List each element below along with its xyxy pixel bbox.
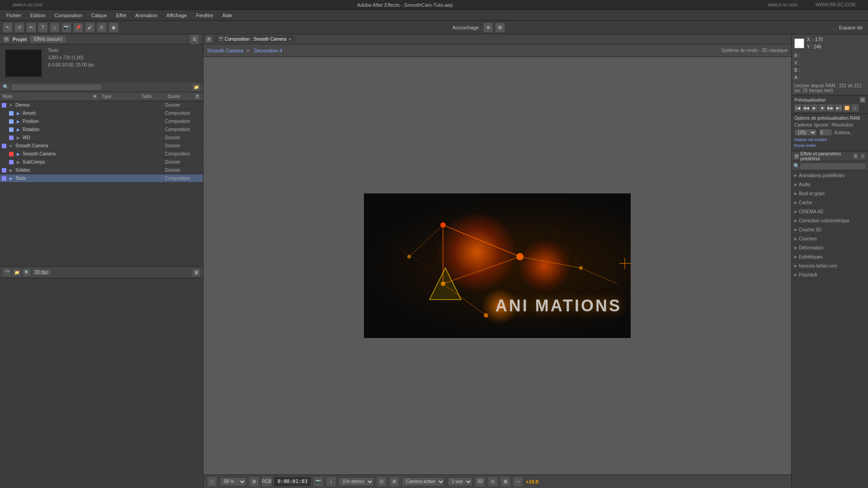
paint-tool[interactable]: 🖌 [85,23,95,33]
transport-next-btn[interactable]: ▶▶ [827,104,834,112]
menu-animation[interactable]: Animation [132,12,161,19]
effect-category-item[interactable]: ▶Déformation [792,244,868,253]
shape-tool[interactable]: □ [50,23,60,33]
tree-row-tests[interactable]: ▶ Tests Composition [0,174,203,183]
breadcrumb-smooth[interactable]: Smooth Camera [207,48,243,53]
transport-play-btn[interactable]: ▶ [811,104,818,112]
overlay-btn[interactable]: ⊡ [377,477,387,487]
menu-fichier[interactable]: Fichier [3,12,25,19]
vue-select[interactable]: 1 vue [448,477,472,486]
menu-fenetre[interactable]: Fenêtre [193,12,217,19]
channel-btn[interactable]: RGB [262,477,272,487]
transport-audio-btn[interactable]: ♪ [851,104,859,112]
render-btn[interactable]: ⊙ [488,477,498,487]
coord-y: Y : 246 [807,43,823,51]
menu-calque[interactable]: Calque [88,12,111,19]
selected-item-name: Tests [48,47,94,54]
tree-row-position[interactable]: ▶ Position Composition [0,117,203,126]
from-here-btn[interactable]: Depuis cet instant [794,137,827,142]
pen-tool[interactable]: ✏ [26,23,36,33]
pin-tool[interactable]: 📌 [73,23,83,33]
tree-row-subcomps[interactable]: ▶ SubComps Dossier [0,158,203,166]
menu-affichage[interactable]: Affichage [163,12,191,19]
tree-row-solides[interactable]: ▶ Solides Dossier [0,166,203,174]
text-tool[interactable]: T [38,23,48,33]
breadcrumb-decoration[interactable]: Decoration 4 [254,48,282,53]
preview-close-btn[interactable]: ✕ [860,97,865,103]
project-menu-btn[interactable]: ☰ [189,34,199,44]
clone-tool[interactable]: ⎘ [97,23,107,33]
coord-x: X : -170 [807,36,823,43]
effect-category-item[interactable]: ▶Animations prédéfinies [792,171,868,180]
tree-row-wd[interactable]: ▶ WD Dossier [0,134,203,142]
delete-btn[interactable]: 🗑 [192,268,200,277]
snap-toggle[interactable]: ⊠ [495,23,505,33]
new-folder-btn[interactable]: 📁 [192,83,200,91]
smooth-comp-color [9,152,14,156]
effect-category-label: Esthétiques [799,254,822,259]
effects-search-input[interactable] [800,163,866,170]
select-tool[interactable]: ↖ [3,23,13,33]
effects-close-btn[interactable]: ✕ [794,154,799,159]
effect-category-item[interactable]: ▶Couches [792,235,868,244]
effect-category-item[interactable]: ▶Audio [792,180,868,189]
effect-category-item[interactable]: ▶Couche 3D [792,225,868,235]
full-screen-btn[interactable]: Ecran entier [794,143,816,148]
effect-category-item[interactable]: ▶Correction colorimétrique [792,216,868,225]
tree-row-demos[interactable]: ▼ Demos Dossier [0,101,203,109]
zoom-select[interactable]: 58 % 100 % 50 % 25 % [220,477,246,486]
search-proj-btn[interactable]: 🔍 [23,268,31,277]
demo-mode-select[interactable]: (Un demo) [339,477,374,486]
tree-menu-btn[interactable]: ☰ [194,94,200,100]
snap-btn[interactable]: ⊕ [483,23,493,33]
solides-color [2,168,6,173]
effect-category-item[interactable]: ▶Cache [792,198,868,207]
menu-composition[interactable]: Composition [51,12,86,19]
tree-row-rotation[interactable]: ▶ Rotation Composition [0,126,203,134]
camera-select[interactable]: Camera active [402,477,445,486]
menu-edition[interactable]: Edition [27,12,49,19]
rotation-tool[interactable]: ↺ [14,23,24,33]
comp-icon-rotation: ▶ [15,127,21,132]
sort-btn[interactable]: ▼ [92,94,98,100]
project-close-btn[interactable]: ✕ [4,37,9,42]
cadence-select[interactable]: (25) [794,129,817,136]
snap-viewer-btn[interactable]: ↔ [513,477,523,487]
transport-stop-btn[interactable]: ■ [819,104,826,112]
effect-category-item[interactable]: ▶Frischluft [792,271,868,280]
effect-category-item[interactable]: ▶Esthétiques [792,253,868,262]
viewer-close-btn[interactable]: ✕ [206,37,212,42]
comp-tab-smooth[interactable]: 🎬 Composition : Smooth Camera ✕ [214,36,295,42]
demos-name: Demos [15,103,165,108]
effects-tab[interactable]: Effets (aucun) [30,36,66,42]
comp-tab-close[interactable]: ✕ [288,38,292,42]
tree-row-smooth-camera-folder[interactable]: ▼ Smooth Camera Dossier [0,142,203,150]
effect-category-item[interactable]: ▶Bruit et grain [792,189,868,198]
resolution-input[interactable] [819,129,832,136]
camera-snap-btn[interactable]: 📷 [313,477,323,487]
effects-menu-btn[interactable]: ☰ [853,153,859,160]
effects-expand-btn[interactable]: ⤢ [860,153,865,160]
grid-btn[interactable]: ⊞ [249,477,259,487]
new-item-btn[interactable]: 🎬 [3,268,11,277]
project-search-input[interactable] [11,84,102,91]
camera-tool[interactable]: 📷 [61,23,71,33]
tree-row-smooth-camera-comp[interactable]: ▶ Smooth Camera Composition [0,150,203,158]
effect-category-item[interactable]: ▶CINEMA 4D [792,207,868,216]
transport-prev-btn[interactable]: ◀◀ [802,104,810,112]
grid-toggle[interactable]: ⊞ [389,477,399,487]
menu-aide[interactable]: Aide [219,12,236,19]
tree-row-amorti[interactable]: ▶ Amorti Composition [0,109,203,117]
transport-loop-btn[interactable]: 🔁 [843,104,850,112]
roto-tool[interactable]: ◉ [108,23,118,33]
transport-start-btn[interactable]: |◀ [794,104,802,112]
new-folder-btn2[interactable]: 📁 [13,268,21,277]
3d-btn[interactable]: 3D [475,477,485,487]
transport-end-btn[interactable]: ▶| [835,104,842,112]
menu-effet[interactable]: Effet [113,12,130,19]
audio-btn[interactable]: ♪ [326,477,336,487]
perf-btn[interactable]: ⊠ [500,477,510,487]
ram-options-label: Options de prévisualisation RAM [794,116,865,121]
effect-category-item[interactable]: ▶francois-tarlier.com [792,262,868,271]
region-btn[interactable]: □ [207,477,217,487]
